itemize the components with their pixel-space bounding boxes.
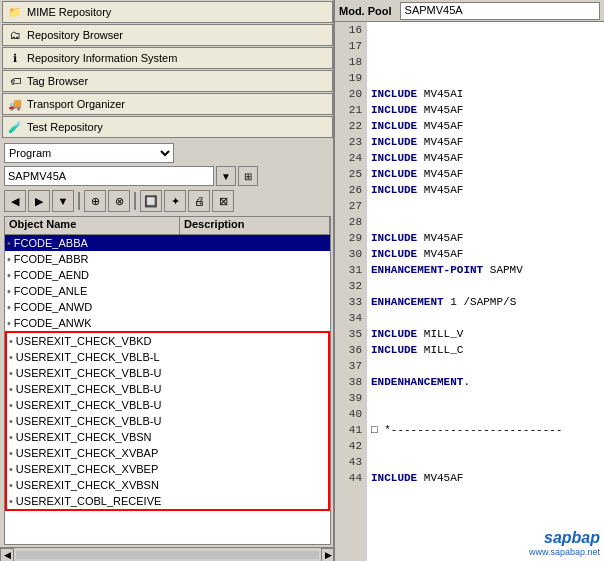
list-item[interactable]: • USEREXIT_CHECK_VBLB-L: [7, 349, 328, 365]
bullet-icon: •: [9, 335, 13, 347]
code-area[interactable]: INCLUDE MV45AI INCLUDE MV45AF INCLUDE MV…: [367, 22, 604, 561]
nav-icon-repo-info: ℹ: [7, 50, 23, 66]
code-line: INCLUDE MV45AF: [371, 182, 604, 198]
line-number: 36: [335, 342, 362, 358]
line-number: 27: [335, 198, 362, 214]
print-btn[interactable]: 🖨: [188, 190, 210, 212]
dropdown-btn[interactable]: ▼: [216, 166, 236, 186]
item-text: FCODE_ABBR: [14, 253, 89, 265]
list-item[interactable]: • USEREXIT_CHECK_VBLB-U: [7, 381, 328, 397]
mod-pool-value: SAPMV45A: [400, 2, 600, 20]
line-number: 35: [335, 326, 362, 342]
code-line: INCLUDE MV45AF: [371, 118, 604, 134]
code-line: INCLUDE MV45AF: [371, 470, 604, 486]
list-item[interactable]: • FCODE_ANWD: [5, 299, 330, 315]
list-item[interactable]: • USEREXIT_CHECK_XVBEP: [7, 461, 328, 477]
red-box-section: • USEREXIT_CHECK_VBKD• USEREXIT_CHECK_VB…: [5, 331, 330, 511]
col-header-name: Object Name: [5, 217, 180, 234]
toolbar-sep: [134, 192, 136, 210]
code-line: [371, 198, 604, 214]
nav-item-repo-info[interactable]: ℹ Repository Information System: [2, 47, 333, 69]
nav-label-tag-browser: Tag Browser: [27, 75, 88, 87]
list-item[interactable]: • FCODE_AEND: [5, 267, 330, 283]
list-item[interactable]: • USEREXIT_CHECK_XVBSN: [7, 477, 328, 493]
nav-item-tag-browser[interactable]: 🏷 Tag Browser: [2, 70, 333, 92]
forward-btn[interactable]: ▶: [28, 190, 50, 212]
bullet-icon: •: [9, 351, 13, 363]
line-number: 41: [335, 422, 362, 438]
view2-btn[interactable]: ✦: [164, 190, 186, 212]
close-btn[interactable]: ⊠: [212, 190, 234, 212]
code-line: ENHANCEMENT-POINT SAPMV: [371, 262, 604, 278]
list-item[interactable]: • FCODE_ANLE: [5, 283, 330, 299]
expand-btn[interactable]: ▼: [52, 190, 74, 212]
list-item[interactable]: • USEREXIT_CHECK_VBLB-U: [7, 365, 328, 381]
watermark-main-text: sapbap: [529, 529, 600, 547]
code-line: ENDENHANCEMENT.: [371, 374, 604, 390]
line-number: 19: [335, 70, 362, 86]
editor-body[interactable]: 1617181920212223242526272829303132333435…: [335, 22, 604, 561]
line-number: 42: [335, 438, 362, 454]
program-type-select[interactable]: Program: [4, 143, 174, 163]
code-line: INCLUDE MILL_V: [371, 326, 604, 342]
h-scrollbar[interactable]: ◀ ▶: [0, 547, 335, 561]
list-item[interactable]: • FCODE_ANWK: [5, 315, 330, 331]
program-section: Program ▼ ⊞: [0, 139, 335, 188]
nav-menu: 📁 MIME Repository🗂 Repository Browserℹ R…: [0, 0, 335, 139]
nav-label-test-repo: Test Repository: [27, 121, 103, 133]
bullet-icon: •: [7, 237, 11, 249]
program-name-input[interactable]: [4, 166, 214, 186]
bullet-icon: •: [9, 415, 13, 427]
code-line: [371, 358, 604, 374]
item-text: USEREXIT_CHECK_VBKD: [16, 335, 152, 347]
line-number: 28: [335, 214, 362, 230]
list-item[interactable]: • USEREXIT_CHECK_XVBAP: [7, 445, 328, 461]
code-line: INCLUDE MILL_C: [371, 342, 604, 358]
bullet-icon: •: [7, 285, 11, 297]
toolbar: ◀▶▼⊕⊗🔲✦🖨⊠: [0, 188, 335, 214]
item-text: USEREXIT_COBL_RECEIVE: [16, 495, 162, 507]
nav-item-mime-repo[interactable]: 📁 MIME Repository: [2, 1, 333, 23]
code-line: INCLUDE MV45AF: [371, 230, 604, 246]
line-number: 37: [335, 358, 362, 374]
line-number: 44: [335, 470, 362, 486]
scroll-left-btn[interactable]: ◀: [0, 548, 14, 562]
item-text: FCODE_ANWK: [14, 317, 92, 329]
item-text: USEREXIT_CHECK_XVBAP: [16, 447, 158, 459]
list-item[interactable]: • USEREXIT_CHECK_VBLB-U: [7, 397, 328, 413]
list-item[interactable]: • FCODE_ABBR: [5, 251, 330, 267]
nav-icon-repo-browser: 🗂: [7, 27, 23, 43]
bullet-icon: •: [9, 383, 13, 395]
item-text: USEREXIT_CHECK_VBLB-U: [16, 383, 162, 395]
list-scroll[interactable]: • FCODE_ABBA• FCODE_ABBR• FCODE_AEND• FC…: [5, 235, 330, 544]
browse-btn[interactable]: ⊞: [238, 166, 258, 186]
h-scroll-track[interactable]: [16, 551, 319, 559]
list-item[interactable]: • USEREXIT_COBL_RECEIVE: [7, 493, 328, 509]
nav-item-test-repo[interactable]: 🧪 Test Repository: [2, 116, 333, 138]
list-item[interactable]: • FCODE_ABBA: [5, 235, 330, 251]
code-line: [371, 406, 604, 422]
line-number: 24: [335, 150, 362, 166]
item-text: FCODE_ABBA: [14, 237, 88, 249]
filter-btn[interactable]: ⊕: [84, 190, 106, 212]
editor-header: Mod. Pool SAPMV45A: [335, 0, 604, 22]
line-number: 22: [335, 118, 362, 134]
nav-item-repo-browser[interactable]: 🗂 Repository Browser: [2, 24, 333, 46]
nav-label-repo-info: Repository Information System: [27, 52, 177, 64]
bullet-icon: •: [7, 269, 11, 281]
watermark: sapbap www.sapabap.net: [529, 529, 600, 557]
list-item[interactable]: • USEREXIT_CHECK_VBLB-U: [7, 413, 328, 429]
nav-item-transport[interactable]: 🚚 Transport Organizer: [2, 93, 333, 115]
line-numbers: 1617181920212223242526272829303132333435…: [335, 22, 367, 561]
list-item[interactable]: • USEREXIT_CHECK_VBKD: [7, 333, 328, 349]
code-line: [371, 22, 604, 38]
code-line: [371, 310, 604, 326]
code-line: [371, 454, 604, 470]
filter2-btn[interactable]: ⊗: [108, 190, 130, 212]
view1-btn[interactable]: 🔲: [140, 190, 162, 212]
code-line: INCLUDE MV45AF: [371, 166, 604, 182]
nav-label-transport: Transport Organizer: [27, 98, 125, 110]
line-number: 32: [335, 278, 362, 294]
list-item[interactable]: • USEREXIT_CHECK_VBSN: [7, 429, 328, 445]
back-btn[interactable]: ◀: [4, 190, 26, 212]
